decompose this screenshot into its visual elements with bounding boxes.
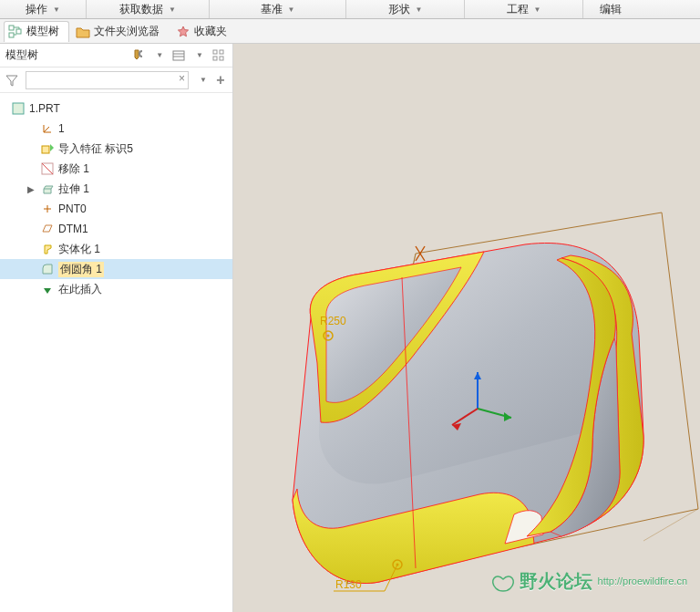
svg-point-24 [327,335,330,337]
solidify-icon [40,242,55,256]
graphics-viewport[interactable]: R250 R130 野火论坛 http://proewildfire.cn [233,44,700,612]
show-icon[interactable] [170,47,187,64]
tree-label: 在此插入 [58,282,102,297]
tools-icon[interactable] [130,47,147,64]
ribbon-tab-edit[interactable]: 编辑 [583,0,638,18]
tree-label: 1 [58,122,65,135]
svg-rect-3 [173,51,184,60]
chevron-down-icon: ▼ [416,5,423,14]
model-tree-icon [8,25,23,39]
tab-label: 模型树 [26,24,59,39]
remove-icon [40,161,55,176]
tab-folder-browser[interactable]: 文件夹浏览器 [71,21,170,42]
insert-here-icon [40,282,55,296]
tree-item-round[interactable]: 倒圆角 1 [0,259,232,279]
filter-icon[interactable] [4,72,20,88]
model-tree: 1.PRT 1 导入特征 标识5 移除 1 ▶ 拉伸 1 [0,93,232,612]
tree-label: 倒圆角 1 [58,262,104,277]
tree-item-extrude[interactable]: ▶ 拉伸 1 [0,179,232,199]
tree-label: PNT0 [58,202,87,215]
svg-text:R130: R130 [335,578,362,591]
favorites-icon [176,25,190,39]
folder-icon [76,25,90,39]
point-icon [40,202,55,216]
ribbon-tab-shape[interactable]: 形状▼ [346,0,465,18]
model-render: R250 R130 [233,44,700,612]
watermark: 野火论坛 http://proewildfire.cn [487,568,687,594]
import-feature-icon [40,141,55,156]
ribbon-tab-getdata[interactable]: 获取数据▼ [87,0,210,18]
expand-icon[interactable]: ▶ [26,184,36,194]
ribbon-tab-datum[interactable]: 基准▼ [210,0,346,18]
datum-plane-icon [40,222,55,236]
svg-rect-10 [13,103,24,114]
tree-item[interactable]: DTM1 [0,219,232,239]
svg-rect-8 [213,57,217,60]
tab-model-tree[interactable]: 模型树 [4,21,69,42]
tree-item[interactable]: PNT0 [0,199,232,219]
svg-text:R250: R250 [320,315,346,327]
watermark-url: http://proewildfire.cn [598,576,687,586]
svg-rect-9 [220,57,223,60]
tree-root[interactable]: 1.PRT [0,99,232,119]
navigator-tabs: 模型树 文件夹浏览器 收藏夹 [0,19,700,44]
csys-icon [40,121,55,136]
ribbon-tab-engineering[interactable]: 工程▼ [465,0,583,18]
tree-label: 导入特征 标识5 [58,141,133,157]
panel-toolbar: 模型树 ▼ ▼ [0,44,232,67]
chevron-down-icon[interactable]: ▼ [196,51,203,59]
tab-label: 文件夹浏览器 [94,24,160,39]
ribbon-bar: 操作▼ 获取数据▼ 基准▼ 形状▼ 工程▼ 编辑 [0,0,700,19]
filter-row: × ▼ + [0,67,232,93]
ribbon-tab-operation[interactable]: 操作▼ [0,0,87,18]
tree-label: 移除 1 [58,161,89,177]
tree-item[interactable]: 实体化 1 [0,239,232,259]
clear-search-icon[interactable]: × [179,72,185,85]
svg-rect-11 [42,146,49,153]
extrude-icon [40,182,55,196]
svg-rect-1 [9,33,14,37]
add-icon[interactable]: + [212,72,229,88]
tree-search-input[interactable] [26,71,189,89]
tree-item-insert-here[interactable]: 在此插入 [0,279,232,299]
settings-icon[interactable] [211,47,227,64]
chevron-down-icon: ▼ [288,5,295,14]
tab-favorites[interactable]: 收藏夹 [171,21,237,42]
tree-label: 拉伸 1 [58,182,89,197]
tree-label: DTM1 [58,223,88,235]
tree-label: 1.PRT [29,102,60,115]
panel-title: 模型树 [5,47,38,63]
watermark-text: 野火论坛 [520,569,592,594]
tree-item[interactable]: 导入特征 标识5 [0,139,232,159]
round-icon [40,262,55,276]
svg-rect-2 [16,29,21,34]
chevron-down-icon: ▼ [53,5,60,14]
svg-rect-7 [220,50,223,54]
svg-rect-6 [213,50,217,54]
chevron-down-icon: ▼ [169,5,176,14]
chevron-down-icon[interactable]: ▼ [156,51,163,59]
chevron-down-icon[interactable]: ▼ [200,76,207,84]
tab-label: 收藏夹 [194,24,227,39]
tree-label: 实体化 1 [58,242,100,257]
svg-rect-0 [9,26,14,30]
tree-item[interactable]: 移除 1 [0,159,232,179]
part-file-icon [11,101,26,116]
tree-item[interactable]: 1 [0,119,232,139]
chevron-down-icon: ▼ [534,5,541,14]
model-tree-panel: 模型树 ▼ ▼ × ▼ + 1.PRT [0,44,233,612]
